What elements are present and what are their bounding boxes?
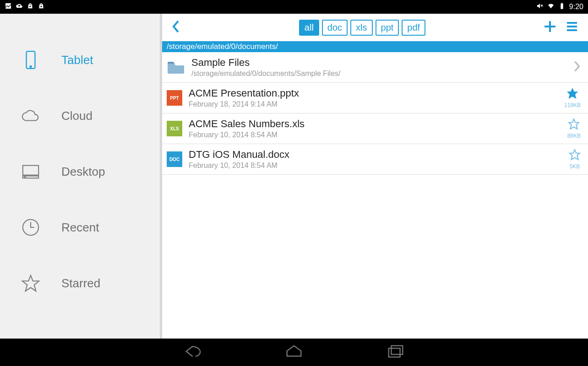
battery-icon bbox=[558, 2, 566, 11]
path-text: /storage/emulated/0/documents/ bbox=[167, 42, 278, 51]
nav-recents-button[interactable] bbox=[386, 344, 405, 361]
file-size: 119KB bbox=[564, 102, 581, 108]
filter-xls[interactable]: xls bbox=[350, 20, 372, 36]
file-sub: February 18, 2014 9:14 AM bbox=[189, 100, 564, 108]
toolbar: all doc xls ppt pdf bbox=[162, 14, 588, 41]
cloud-icon bbox=[21, 106, 40, 125]
gallery-icon bbox=[5, 2, 12, 11]
star-toggle[interactable] bbox=[569, 149, 581, 162]
filter-pdf[interactable]: pdf bbox=[402, 20, 425, 36]
add-button[interactable] bbox=[543, 20, 557, 35]
sidebar-item-label: Desktop bbox=[61, 165, 105, 179]
svg-point-10 bbox=[25, 177, 26, 178]
sidebar-item-cloud[interactable]: Cloud bbox=[0, 88, 160, 144]
svg-rect-22 bbox=[391, 346, 403, 355]
folder-row[interactable]: Sample Files /storage/emulated/0/documen… bbox=[162, 52, 588, 83]
cloud-upload-icon bbox=[16, 2, 23, 11]
tablet-icon bbox=[21, 50, 40, 70]
svg-point-7 bbox=[30, 66, 31, 67]
file-row[interactable]: DOC DTG iOS Manual.docx February 10, 201… bbox=[162, 144, 588, 175]
file-name: DTG iOS Manual.docx bbox=[189, 149, 569, 161]
star-toggle[interactable] bbox=[568, 118, 580, 132]
star-icon bbox=[21, 274, 40, 293]
filter-all[interactable]: all bbox=[299, 20, 319, 36]
wifi-icon bbox=[547, 2, 555, 11]
folder-icon bbox=[167, 58, 185, 76]
svg-rect-21 bbox=[389, 348, 400, 357]
svg-rect-0 bbox=[5, 3, 11, 9]
file-list: Sample Files /storage/emulated/0/documen… bbox=[162, 52, 588, 339]
xls-icon: XLS bbox=[167, 121, 182, 136]
ppt-icon: PPT bbox=[167, 90, 182, 106]
doc-icon: DOC bbox=[167, 151, 182, 167]
android-nav-bar bbox=[0, 339, 588, 366]
file-sub: February 10, 2014 8:54 AM bbox=[189, 131, 567, 139]
file-name: ACME Sales Numbers.xls bbox=[189, 118, 567, 130]
sidebar-item-label: Recent bbox=[61, 221, 99, 235]
nav-back-button[interactable] bbox=[183, 344, 202, 361]
clock-icon bbox=[21, 218, 40, 237]
filter-group: all doc xls ppt pdf bbox=[299, 20, 425, 36]
svg-marker-18 bbox=[567, 88, 577, 98]
play-bag-icon bbox=[38, 2, 45, 11]
svg-rect-5 bbox=[561, 3, 563, 3]
desktop-icon bbox=[21, 162, 40, 181]
sidebar-item-label: Cloud bbox=[61, 109, 93, 123]
file-name: Sample Files bbox=[191, 57, 572, 69]
file-size: 5KB bbox=[570, 163, 580, 170]
filter-doc[interactable]: doc bbox=[322, 20, 348, 36]
svg-marker-12 bbox=[22, 275, 39, 291]
android-status-bar: 9:20 bbox=[0, 0, 588, 14]
menu-button[interactable] bbox=[565, 20, 579, 35]
status-time: 9:20 bbox=[569, 3, 583, 11]
file-row[interactable]: PPT ACME Presentation.pptx February 18, … bbox=[162, 83, 588, 113]
sidebar-item-tablet[interactable]: Tablet bbox=[0, 32, 160, 88]
sidebar-item-label: Starred bbox=[61, 276, 100, 291]
file-name: ACME Presentation.pptx bbox=[189, 87, 564, 99]
sidebar-item-desktop[interactable]: Desktop bbox=[0, 144, 160, 199]
chevron-right-icon bbox=[572, 60, 581, 75]
back-button[interactable] bbox=[171, 19, 181, 36]
file-row[interactable]: XLS ACME Sales Numbers.xls February 10, … bbox=[162, 113, 588, 144]
sidebar-item-label: Tablet bbox=[61, 53, 93, 67]
svg-rect-4 bbox=[561, 4, 563, 9]
svg-marker-19 bbox=[569, 119, 579, 129]
path-bar: /storage/emulated/0/documents/ bbox=[162, 41, 588, 52]
svg-marker-20 bbox=[570, 150, 580, 160]
sidebar-item-starred[interactable]: Starred bbox=[0, 255, 160, 311]
file-sub: /storage/emulated/0/documents/Sample Fil… bbox=[191, 70, 572, 78]
nav-home-button[interactable] bbox=[284, 344, 304, 361]
sidebar: Tablet Cloud Desktop Recent Starred bbox=[0, 14, 162, 339]
main-panel: all doc xls ppt pdf /storage/emulated/0/… bbox=[162, 14, 588, 339]
star-toggle[interactable] bbox=[566, 87, 578, 101]
file-sub: February 10, 2014 8:54 AM bbox=[189, 161, 569, 170]
filter-ppt[interactable]: ppt bbox=[376, 20, 399, 36]
sidebar-item-recent[interactable]: Recent bbox=[0, 199, 160, 255]
file-size: 88KB bbox=[567, 133, 581, 139]
svg-rect-8 bbox=[23, 166, 38, 175]
mute-icon bbox=[536, 2, 544, 11]
check-bag-icon bbox=[27, 2, 34, 11]
